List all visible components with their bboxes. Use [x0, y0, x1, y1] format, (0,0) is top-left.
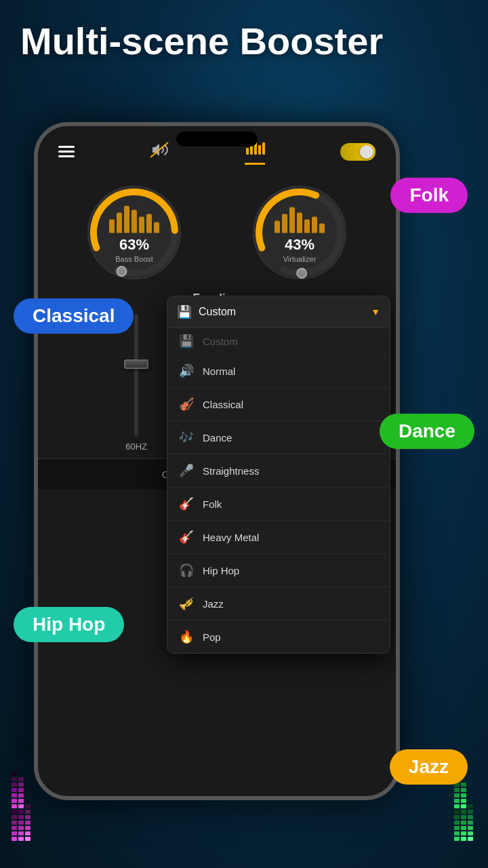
float-label-jazz: Jazz: [390, 749, 468, 785]
phone-frame: 63% Bass Boost: [34, 122, 400, 800]
sound-icon[interactable]: [150, 142, 169, 162]
float-label-classical: Classical: [14, 298, 134, 334]
virtualizer-percent: 43%: [274, 236, 325, 254]
notch: [176, 132, 258, 146]
virtualizer-center: 43% Virtualizer: [274, 203, 325, 263]
dropdown-arrow-icon: ▼: [371, 307, 380, 317]
dropdown-item-jazz[interactable]: 🎺 Jazz: [167, 587, 390, 620]
folk-text: Folk: [203, 498, 222, 510]
dropdown-selected-text: Custom: [199, 306, 364, 318]
dropdown-item-normal[interactable]: 🔊 Normal: [167, 355, 390, 388]
dance-icon: 🎶: [178, 430, 195, 445]
dropdown-header[interactable]: 💾 Custom ▼: [167, 296, 390, 328]
classical-text: Classical: [203, 399, 243, 410]
dropdown-partial-item: 💾 Custom: [167, 328, 390, 355]
straightness-icon: 🎤: [178, 463, 195, 478]
virtualizer-knob: 43% Virtualizer: [232, 178, 367, 287]
folk-icon: 🎸: [178, 496, 195, 511]
normal-icon: 🔊: [178, 363, 195, 378]
bass-boost-center: 63% Bass Boost: [109, 203, 159, 263]
normal-text: Normal: [203, 366, 235, 377]
dropdown-item-pop[interactable]: 🔥 Pop: [167, 620, 390, 653]
dance-text: Dance: [203, 432, 232, 443]
save-icon: 💾: [177, 304, 192, 319]
float-label-folk: Folk: [390, 178, 468, 213]
power-button[interactable]: [398, 248, 400, 289]
virtualizer-bars: [274, 203, 325, 233]
jazz-icon: 🎺: [178, 596, 195, 611]
heavy-metal-text: Heavy Metal: [203, 532, 259, 543]
slider-60hz-track[interactable]: [126, 314, 146, 436]
heavy-metal-icon: 🎸: [178, 530, 195, 545]
dropdown-item-classical[interactable]: 🎻 Classical: [167, 388, 390, 421]
svg-rect-4: [258, 145, 261, 155]
pop-text: Pop: [203, 631, 221, 643]
hip-hop-text: Hip Hop: [203, 565, 239, 576]
spectrum-left: [0, 258, 34, 841]
phone-screen: 63% Bass Boost: [38, 126, 396, 796]
pop-icon: 🔥: [178, 629, 195, 644]
dropdown-menu: 💾 Custom ▼ 💾 Custom 🔊 Normal 🎻 Classical: [167, 296, 390, 654]
power-toggle[interactable]: [340, 143, 375, 161]
classical-icon: 🎻: [178, 397, 195, 412]
float-label-hip-hop: Hip Hop: [14, 607, 124, 642]
float-label-dance: Dance: [380, 414, 474, 449]
slider-60hz-label: 60HZ: [125, 441, 147, 452]
page-title: Multi-scene Booster: [20, 20, 468, 62]
virtualizer-label: Virtualizer: [274, 255, 325, 263]
partial-item-text: Custom: [203, 336, 238, 347]
dropdown-item-folk[interactable]: 🎸 Folk: [167, 488, 390, 521]
partial-item-icon: 💾: [178, 334, 195, 349]
volume-up-button[interactable]: [34, 228, 36, 255]
bass-boost-bars: [109, 203, 159, 233]
straightness-text: Straightness: [203, 465, 259, 477]
bass-boost-dial[interactable]: 63% Bass Boost: [80, 178, 188, 287]
svg-rect-1: [246, 148, 249, 155]
bass-boost-knob: 63% Bass Boost: [66, 178, 202, 287]
svg-rect-5: [262, 142, 265, 155]
dropdown-item-straightness[interactable]: 🎤 Straightness: [167, 454, 390, 488]
jazz-text: Jazz: [203, 598, 224, 610]
dropdown-item-hip-hop[interactable]: 🎧 Hip Hop: [167, 554, 390, 587]
hip-hop-icon: 🎧: [178, 563, 195, 578]
dropdown-item-heavy-metal[interactable]: 🎸 Heavy Metal: [167, 521, 390, 554]
bass-boost-percent: 63%: [109, 236, 159, 254]
volume-down-button[interactable]: [34, 269, 36, 296]
dropdown-item-dance[interactable]: 🎶 Dance: [167, 421, 390, 454]
bass-boost-label: Bass Boost: [109, 255, 159, 263]
menu-icon[interactable]: [58, 143, 75, 160]
svg-point-13: [297, 269, 307, 279]
slider-60hz: 60HZ: [125, 314, 147, 452]
virtualizer-dial[interactable]: 43% Virtualizer: [245, 178, 354, 287]
knobs-area: 63% Bass Boost: [38, 172, 396, 287]
